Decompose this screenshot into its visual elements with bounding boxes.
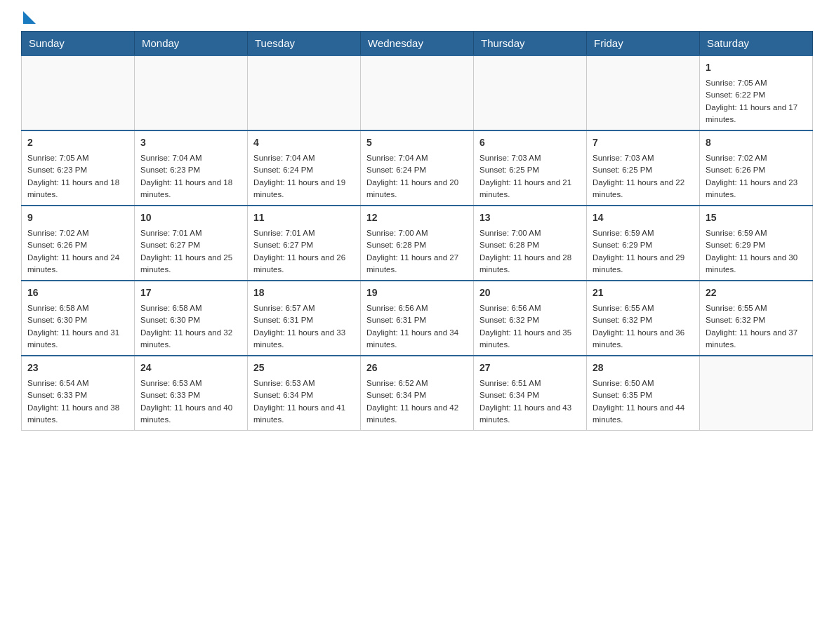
calendar-cell	[700, 356, 813, 431]
calendar-cell: 19Sunrise: 6:56 AM Sunset: 6:31 PM Dayli…	[361, 281, 474, 356]
day-info: Sunrise: 6:53 AM Sunset: 6:34 PM Dayligh…	[253, 377, 355, 426]
calendar-week-1: 1Sunrise: 7:05 AM Sunset: 6:22 PM Daylig…	[22, 55, 813, 130]
calendar-cell	[361, 55, 474, 130]
calendar-cell: 7Sunrise: 7:03 AM Sunset: 6:25 PM Daylig…	[587, 130, 700, 206]
day-number: 7	[593, 135, 694, 150]
calendar-cell: 4Sunrise: 7:04 AM Sunset: 6:24 PM Daylig…	[248, 130, 361, 206]
day-info: Sunrise: 6:58 AM Sunset: 6:30 PM Dayligh…	[27, 302, 128, 351]
calendar-cell: 13Sunrise: 7:00 AM Sunset: 6:28 PM Dayli…	[474, 206, 587, 281]
calendar-cell: 25Sunrise: 6:53 AM Sunset: 6:34 PM Dayli…	[248, 356, 361, 431]
day-info: Sunrise: 7:03 AM Sunset: 6:25 PM Dayligh…	[479, 152, 581, 201]
calendar-cell: 5Sunrise: 7:04 AM Sunset: 6:24 PM Daylig…	[361, 130, 474, 206]
day-info: Sunrise: 7:02 AM Sunset: 6:26 PM Dayligh…	[706, 152, 807, 201]
day-info: Sunrise: 7:00 AM Sunset: 6:28 PM Dayligh…	[479, 227, 581, 276]
day-number: 8	[706, 135, 807, 150]
day-number: 23	[27, 361, 128, 375]
calendar-cell: 22Sunrise: 6:55 AM Sunset: 6:32 PM Dayli…	[700, 281, 813, 356]
logo-triangle-icon	[23, 11, 36, 24]
weekday-header-sunday: Sunday	[22, 32, 135, 56]
weekday-header-row: SundayMondayTuesdayWednesdayThursdayFrid…	[22, 32, 813, 56]
day-info: Sunrise: 7:04 AM Sunset: 6:24 PM Dayligh…	[253, 152, 355, 201]
calendar-week-3: 9Sunrise: 7:02 AM Sunset: 6:26 PM Daylig…	[22, 206, 813, 281]
weekday-header-tuesday: Tuesday	[248, 32, 361, 56]
weekday-header-thursday: Thursday	[474, 32, 587, 56]
day-number: 15	[706, 210, 807, 225]
calendar-cell: 18Sunrise: 6:57 AM Sunset: 6:31 PM Dayli…	[248, 281, 361, 356]
day-number: 28	[593, 361, 694, 375]
calendar-cell: 1Sunrise: 7:05 AM Sunset: 6:22 PM Daylig…	[700, 55, 813, 130]
day-number: 6	[479, 135, 581, 150]
day-number: 17	[140, 286, 241, 300]
calendar-week-2: 2Sunrise: 7:05 AM Sunset: 6:23 PM Daylig…	[22, 130, 813, 206]
day-number: 21	[593, 286, 694, 300]
day-number: 26	[366, 361, 468, 375]
calendar-cell: 17Sunrise: 6:58 AM Sunset: 6:30 PM Dayli…	[135, 281, 248, 356]
day-number: 25	[253, 361, 355, 375]
day-info: Sunrise: 6:58 AM Sunset: 6:30 PM Dayligh…	[140, 302, 241, 351]
calendar-week-5: 23Sunrise: 6:54 AM Sunset: 6:33 PM Dayli…	[22, 356, 813, 431]
page-header	[21, 14, 813, 24]
day-info: Sunrise: 7:03 AM Sunset: 6:25 PM Dayligh…	[593, 152, 694, 201]
day-number: 12	[366, 210, 468, 225]
calendar-cell	[248, 55, 361, 130]
calendar-cell: 21Sunrise: 6:55 AM Sunset: 6:32 PM Dayli…	[587, 281, 700, 356]
day-number: 18	[253, 286, 355, 300]
calendar-cell: 20Sunrise: 6:56 AM Sunset: 6:32 PM Dayli…	[474, 281, 587, 356]
calendar-cell	[587, 55, 700, 130]
day-info: Sunrise: 6:51 AM Sunset: 6:34 PM Dayligh…	[479, 377, 581, 426]
calendar-cell	[135, 55, 248, 130]
day-number: 1	[706, 60, 807, 75]
calendar-body: 1Sunrise: 7:05 AM Sunset: 6:22 PM Daylig…	[22, 55, 813, 431]
day-number: 19	[366, 286, 468, 300]
calendar-cell: 14Sunrise: 6:59 AM Sunset: 6:29 PM Dayli…	[587, 206, 700, 281]
calendar-week-4: 16Sunrise: 6:58 AM Sunset: 6:30 PM Dayli…	[22, 281, 813, 356]
day-number: 14	[593, 210, 694, 225]
calendar-cell: 11Sunrise: 7:01 AM Sunset: 6:27 PM Dayli…	[248, 206, 361, 281]
day-number: 3	[140, 135, 241, 150]
day-info: Sunrise: 6:50 AM Sunset: 6:35 PM Dayligh…	[593, 377, 694, 426]
day-number: 13	[479, 210, 581, 225]
day-number: 5	[366, 135, 468, 150]
calendar-cell: 3Sunrise: 7:04 AM Sunset: 6:23 PM Daylig…	[135, 130, 248, 206]
day-info: Sunrise: 6:52 AM Sunset: 6:34 PM Dayligh…	[366, 377, 468, 426]
calendar-cell: 6Sunrise: 7:03 AM Sunset: 6:25 PM Daylig…	[474, 130, 587, 206]
day-number: 20	[479, 286, 581, 300]
weekday-header-wednesday: Wednesday	[361, 32, 474, 56]
day-info: Sunrise: 7:05 AM Sunset: 6:23 PM Dayligh…	[27, 152, 128, 201]
day-info: Sunrise: 6:56 AM Sunset: 6:31 PM Dayligh…	[366, 302, 468, 351]
weekday-header-friday: Friday	[587, 32, 700, 56]
calendar-cell: 26Sunrise: 6:52 AM Sunset: 6:34 PM Dayli…	[361, 356, 474, 431]
calendar-table: SundayMondayTuesdayWednesdayThursdayFrid…	[21, 31, 813, 431]
day-info: Sunrise: 6:59 AM Sunset: 6:29 PM Dayligh…	[593, 227, 694, 276]
calendar-cell	[22, 55, 135, 130]
logo	[21, 14, 36, 24]
day-info: Sunrise: 7:01 AM Sunset: 6:27 PM Dayligh…	[253, 227, 355, 276]
calendar-cell: 12Sunrise: 7:00 AM Sunset: 6:28 PM Dayli…	[361, 206, 474, 281]
day-number: 4	[253, 135, 355, 150]
day-info: Sunrise: 7:04 AM Sunset: 6:24 PM Dayligh…	[366, 152, 468, 201]
weekday-header-monday: Monday	[135, 32, 248, 56]
day-number: 16	[27, 286, 128, 300]
calendar-cell: 2Sunrise: 7:05 AM Sunset: 6:23 PM Daylig…	[22, 130, 135, 206]
day-number: 11	[253, 210, 355, 225]
day-info: Sunrise: 7:02 AM Sunset: 6:26 PM Dayligh…	[27, 227, 128, 276]
day-number: 27	[479, 361, 581, 375]
day-number: 10	[140, 210, 241, 225]
calendar-header: SundayMondayTuesdayWednesdayThursdayFrid…	[22, 32, 813, 56]
day-number: 2	[27, 135, 128, 150]
day-info: Sunrise: 6:55 AM Sunset: 6:32 PM Dayligh…	[706, 302, 807, 351]
day-info: Sunrise: 6:55 AM Sunset: 6:32 PM Dayligh…	[593, 302, 694, 351]
calendar-cell: 8Sunrise: 7:02 AM Sunset: 6:26 PM Daylig…	[700, 130, 813, 206]
day-info: Sunrise: 7:05 AM Sunset: 6:22 PM Dayligh…	[706, 77, 807, 126]
calendar-cell: 9Sunrise: 7:02 AM Sunset: 6:26 PM Daylig…	[22, 206, 135, 281]
day-info: Sunrise: 6:54 AM Sunset: 6:33 PM Dayligh…	[27, 377, 128, 426]
day-number: 24	[140, 361, 241, 375]
calendar-cell	[474, 55, 587, 130]
day-info: Sunrise: 7:00 AM Sunset: 6:28 PM Dayligh…	[366, 227, 468, 276]
day-info: Sunrise: 6:56 AM Sunset: 6:32 PM Dayligh…	[479, 302, 581, 351]
day-info: Sunrise: 6:59 AM Sunset: 6:29 PM Dayligh…	[706, 227, 807, 276]
day-info: Sunrise: 6:53 AM Sunset: 6:33 PM Dayligh…	[140, 377, 241, 426]
calendar-cell: 16Sunrise: 6:58 AM Sunset: 6:30 PM Dayli…	[22, 281, 135, 356]
day-info: Sunrise: 7:04 AM Sunset: 6:23 PM Dayligh…	[140, 152, 241, 201]
calendar-cell: 10Sunrise: 7:01 AM Sunset: 6:27 PM Dayli…	[135, 206, 248, 281]
